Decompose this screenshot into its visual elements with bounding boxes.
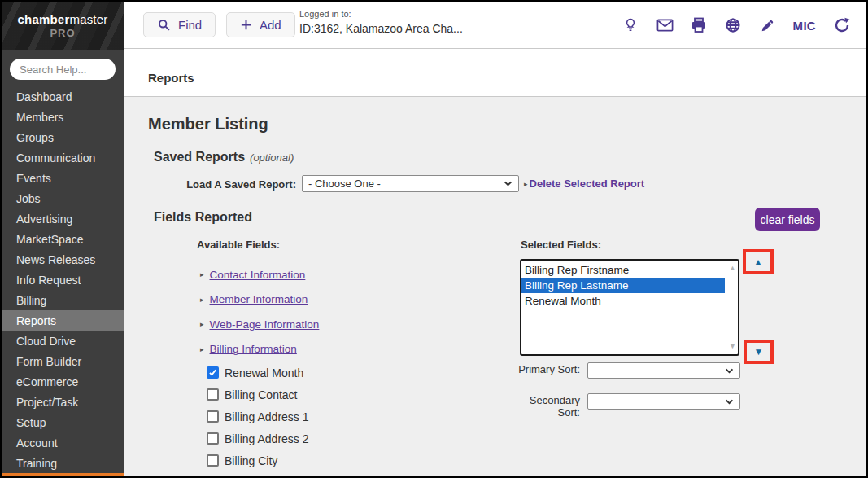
brand-logo: chambermaster PRO [2, 2, 124, 50]
sidebar-item[interactable]: eCommerce [2, 371, 124, 392]
breadcrumb: Reports [148, 71, 194, 85]
pencil-icon[interactable] [759, 17, 776, 34]
logged-in-value: ID:3162, Kalamazoo Area Cha... [299, 22, 463, 37]
fields-reported-heading: Fields Reported [154, 210, 252, 225]
app-window: chambermaster PRO Dashboard Members Grou… [0, 0, 868, 478]
search-icon [157, 18, 171, 32]
field-checkbox-row[interactable]: Billing Address 2 [207, 428, 309, 449]
primary-sort-label: Primary Sort: [517, 363, 580, 375]
delete-selected-report-link[interactable]: ▸ Delete Selected Report [524, 178, 644, 190]
checkbox-label: Billing Contact [225, 388, 298, 401]
load-saved-report-select[interactable]: - Choose One - [302, 175, 519, 192]
sidebar-item[interactable]: Advertising [2, 208, 124, 229]
sidebar-item[interactable]: Cloud Drive [2, 331, 124, 351]
checkbox[interactable] [207, 432, 219, 445]
annotation-box-move-up: ▲ [743, 249, 774, 274]
clear-fields-button[interactable]: clear fields [755, 208, 820, 231]
topbar-icon-row: MIC [622, 2, 850, 49]
lightbulb-icon[interactable] [622, 17, 639, 34]
category-link[interactable]: Contact Information [210, 269, 306, 281]
search-help-input[interactable] [10, 59, 116, 80]
primary-sort-select[interactable] [587, 362, 740, 379]
sidebar-item[interactable]: Dashboard [2, 86, 124, 107]
add-button[interactable]: Add [226, 12, 295, 37]
category-link-row: ▸ Billing Information [200, 337, 319, 362]
sidebar-item[interactable]: Members [2, 107, 124, 127]
find-button[interactable]: Find [143, 12, 216, 37]
selected-fields-listbox[interactable]: ▲ ▼ Billing Rep FirstnameBilling Rep Las… [520, 259, 739, 356]
sidebar-item[interactable]: Events [2, 168, 124, 188]
printer-icon[interactable] [691, 17, 708, 34]
triangle-right-icon: ▸ [200, 345, 204, 353]
sidebar-item[interactable]: Info Request [2, 270, 124, 290]
topbar: Find Add Logged in to: ID:3162, Kalamazo… [124, 2, 866, 49]
field-checkbox-row[interactable]: Billing City [207, 449, 309, 471]
sidebar-item[interactable]: Training [2, 453, 124, 473]
saved-reports-heading: Saved Reports(optional) [154, 150, 294, 164]
sidebar-item[interactable]: Setup [2, 412, 124, 432]
checkbox-label: Billing Address 2 [225, 432, 309, 445]
brand-name: chambermaster [2, 12, 124, 26]
category-link[interactable]: Billing Information [210, 343, 297, 355]
sidebar-item-label: Billing [16, 294, 46, 307]
selected-field-option[interactable]: Billing Rep Lastname [521, 278, 725, 293]
sidebar-item-label: Form Builder [16, 355, 81, 368]
sidebar-item-label: Project/Task [16, 396, 78, 409]
chevron-down-icon [725, 368, 734, 374]
checkbox-label: Renewal Month [225, 366, 303, 379]
sidebar-item-label: Jobs [16, 192, 41, 205]
move-field-up-button[interactable]: ▲ [753, 257, 763, 267]
checkbox-label: Billing Address 1 [225, 410, 309, 423]
mail-icon[interactable] [656, 17, 674, 34]
sidebar-item[interactable]: Communication [2, 147, 124, 168]
sidebar-item-label: Dashboard [16, 90, 72, 103]
triangle-right-icon: ▸ [200, 270, 204, 278]
secondary-sort-select[interactable] [587, 393, 740, 410]
field-checkbox-row[interactable]: Billing Contact [207, 384, 309, 406]
mic-button[interactable]: MIC [793, 19, 816, 33]
sidebar-item[interactable]: Project/Task [2, 392, 124, 412]
sidebar-item[interactable]: Jobs [2, 188, 124, 208]
category-link[interactable]: Member Information [210, 293, 308, 305]
sidebar-item[interactable]: MarketSpace [2, 229, 124, 249]
sidebar-item[interactable]: Groups [2, 127, 124, 147]
selected-field-option[interactable]: Billing Rep Firstname [521, 262, 725, 278]
category-link-row: ▸ Web-Page Information [200, 312, 319, 337]
checkbox[interactable] [207, 366, 219, 379]
secondary-sort-label: Secondary Sort: [517, 394, 580, 419]
checkbox[interactable] [207, 388, 219, 401]
brand-pro-label: PRO [2, 27, 124, 39]
move-field-down-button[interactable]: ▼ [754, 347, 764, 357]
sidebar-item-label: Advertising [16, 213, 72, 226]
chevron-down-icon [725, 399, 734, 405]
field-checkbox-row[interactable]: Billing Address 1 [207, 406, 309, 428]
field-checkbox-list: Renewal Month Billing Contact Billing Ad… [207, 362, 309, 471]
listbox-scroll-down-icon[interactable]: ▼ [729, 343, 736, 350]
refresh-icon[interactable] [833, 17, 850, 34]
main-content: Member Listing Saved Reports(optional) L… [124, 97, 866, 476]
globe-icon[interactable] [725, 17, 742, 34]
listbox-scroll-up-icon[interactable]: ▲ [729, 265, 736, 272]
sidebar-item[interactable]: Billing [2, 290, 124, 310]
sidebar-item[interactable]: Account [2, 432, 124, 453]
sidebar-accent-bar [2, 473, 124, 476]
selected-fields-heading: Selected Fields: [521, 239, 601, 251]
sidebar-item[interactable]: Reports [2, 310, 124, 331]
checkbox[interactable] [207, 410, 219, 423]
category-link[interactable]: Web-Page Information [210, 318, 320, 331]
sidebar-nav: Dashboard Members Groups Communication E… [2, 86, 124, 473]
logged-in-label: Logged in to: [299, 9, 463, 20]
triangle-right-icon: ▸ [200, 320, 204, 328]
plus-icon [240, 19, 252, 31]
sidebar-item[interactable]: News Releases [2, 249, 124, 270]
checkbox[interactable] [207, 454, 219, 467]
load-saved-report-value: - Choose One - [308, 178, 381, 190]
sidebar-item[interactable]: Form Builder [2, 351, 124, 371]
sidebar-item-label: Communication [16, 151, 95, 164]
sidebar-item-label: Cloud Drive [16, 335, 76, 348]
add-button-label: Add [260, 18, 281, 32]
selected-field-option[interactable]: Renewal Month [521, 293, 725, 309]
sidebar-item-label: Account [16, 436, 58, 449]
breadcrumb-bar: Reports [124, 49, 866, 97]
field-checkbox-row[interactable]: Renewal Month [207, 362, 309, 384]
